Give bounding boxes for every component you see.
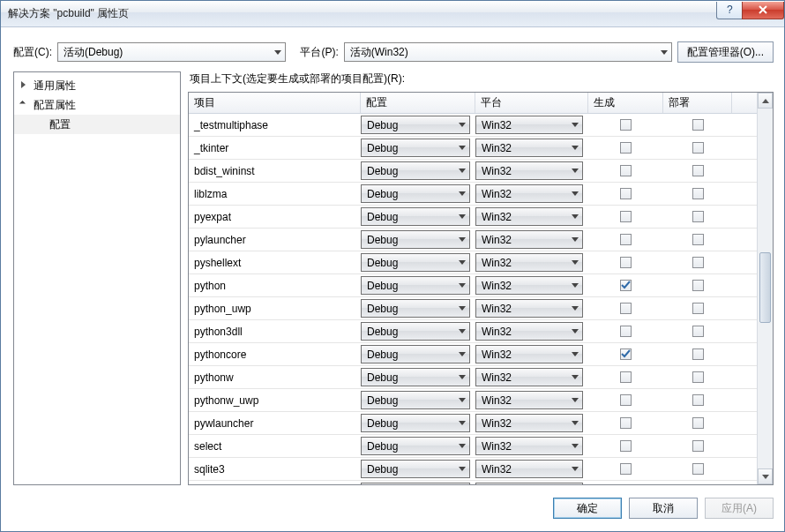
deploy-checkbox[interactable] [692, 188, 704, 199]
apply-button[interactable]: 应用(A) [705, 498, 774, 519]
deploy-checkbox[interactable] [692, 417, 704, 429]
deploy-checkbox[interactable] [692, 303, 704, 314]
config-dropdown[interactable]: Debug [361, 414, 470, 432]
scroll-thumb[interactable] [759, 252, 771, 323]
deploy-cell [663, 114, 732, 136]
deploy-checkbox[interactable] [692, 326, 704, 337]
platform-dropdown[interactable]: Win32 [475, 299, 583, 318]
deploy-checkbox[interactable] [692, 348, 704, 360]
platform-dropdown[interactable]: Win32 [475, 184, 583, 203]
platform-dropdown[interactable]: Win32 [475, 345, 583, 363]
platform-dropdown[interactable]: Win32 [475, 322, 583, 341]
config-combo[interactable]: 活动(Debug) [57, 42, 286, 62]
config-manager-button[interactable]: 配置管理器(O)... [677, 41, 774, 63]
config-dropdown[interactable]: Debug [361, 345, 470, 363]
build-checkbox[interactable] [620, 211, 632, 222]
config-dropdown[interactable]: Debug [361, 230, 470, 249]
platform-dropdown[interactable]: Win32 [475, 460, 583, 478]
platform-dropdown[interactable]: Win32 [475, 391, 583, 409]
window-buttons: ? [717, 2, 784, 21]
config-dropdown[interactable]: Debug [361, 139, 470, 157]
vertical-scrollbar[interactable] [757, 93, 773, 484]
tree-item-configprops[interactable]: 配置属性 [14, 95, 180, 115]
platform-dropdown[interactable]: Win32 [475, 207, 583, 226]
deploy-checkbox[interactable] [692, 440, 704, 452]
config-dropdown[interactable]: Debug [361, 116, 470, 134]
platform-dropdown[interactable]: Win32 [475, 368, 583, 386]
build-checkbox[interactable] [620, 348, 632, 360]
build-checkbox[interactable] [620, 440, 632, 452]
scroll-track[interactable] [758, 109, 773, 468]
config-dropdown[interactable]: Debug [361, 460, 470, 478]
dialog-window: 解决方案 "pcbuild" 属性页 ? 配置(C): 活动(Debug) 平台… [0, 0, 785, 532]
build-checkbox[interactable] [620, 257, 632, 268]
platform-dropdown[interactable]: Win32 [475, 276, 583, 295]
platform-dropdown[interactable]: Win32 [475, 230, 583, 249]
deploy-checkbox[interactable] [692, 119, 704, 131]
build-checkbox[interactable] [620, 234, 632, 245]
tree-item-config[interactable]: 配置 [14, 115, 180, 134]
build-checkbox[interactable] [620, 165, 632, 176]
build-checkbox[interactable] [620, 463, 632, 475]
build-checkbox[interactable] [620, 371, 632, 383]
deploy-checkbox[interactable] [692, 165, 704, 176]
platform-combo[interactable]: 活动(Win32) [344, 42, 672, 62]
col-platform[interactable]: 平台 [475, 93, 588, 113]
build-cell [588, 160, 663, 182]
build-checkbox[interactable] [620, 142, 632, 154]
scroll-down-button[interactable] [758, 468, 773, 484]
build-checkbox[interactable] [620, 326, 632, 337]
build-checkbox[interactable] [620, 280, 632, 291]
config-dropdown[interactable]: Debug [361, 322, 470, 341]
ok-button[interactable]: 确定 [553, 498, 622, 519]
deploy-checkbox[interactable] [692, 280, 704, 291]
deploy-checkbox[interactable] [692, 211, 704, 222]
close-button[interactable] [742, 2, 784, 19]
config-dropdown[interactable]: Debug [361, 299, 470, 318]
platform-dropdown[interactable]: Win32 [475, 483, 583, 484]
deploy-checkbox[interactable] [692, 142, 704, 154]
platform-dropdown[interactable]: Win32 [475, 139, 583, 157]
platform-dropdown[interactable]: Win32 [475, 116, 583, 134]
build-checkbox[interactable] [620, 417, 632, 429]
config-dropdown[interactable]: Debug [361, 276, 470, 295]
build-checkbox[interactable] [620, 119, 632, 131]
project-name: pyexpat [189, 206, 361, 228]
config-dropdown[interactable]: Debug [361, 253, 470, 272]
platform-dropdown[interactable]: Win32 [475, 161, 583, 180]
build-checkbox[interactable] [620, 303, 632, 314]
config-dropdown[interactable]: Debug [361, 161, 470, 180]
deploy-checkbox[interactable] [692, 371, 704, 383]
col-build[interactable]: 生成 [588, 93, 663, 113]
build-checkbox[interactable] [620, 394, 632, 406]
help-button[interactable]: ? [716, 2, 743, 19]
deploy-checkbox[interactable] [692, 394, 704, 406]
platform-dropdown[interactable]: Win32 [475, 253, 583, 272]
config-dropdown[interactable]: Debug [361, 368, 470, 386]
platform-dropdown[interactable]: Win32 [475, 437, 583, 455]
scroll-up-button[interactable] [758, 93, 773, 109]
deploy-checkbox[interactable] [692, 257, 704, 268]
platform-cell: Win32 [475, 229, 588, 251]
build-checkbox[interactable] [620, 188, 632, 199]
config-dropdown[interactable]: Debug [361, 483, 470, 484]
deploy-checkbox[interactable] [692, 234, 704, 245]
chevron-down-icon [459, 329, 466, 333]
config-dropdown[interactable]: Debug [361, 437, 470, 455]
cancel-button[interactable]: 取消 [629, 498, 698, 519]
col-project[interactable]: 项目 [189, 93, 361, 113]
col-deploy[interactable]: 部署 [663, 93, 732, 113]
col-config[interactable]: 配置 [361, 93, 475, 113]
config-dropdown[interactable]: Debug [361, 207, 470, 226]
config-cell: Debug [361, 297, 475, 319]
deploy-checkbox[interactable] [692, 463, 704, 475]
build-cell [588, 320, 663, 342]
chevron-down-icon [572, 398, 579, 402]
platform-dropdown[interactable]: Win32 [475, 414, 583, 432]
config-dropdown[interactable]: Debug [361, 184, 470, 203]
chevron-down-icon [661, 50, 668, 55]
chevron-down-icon [459, 214, 466, 219]
tree-item-common[interactable]: 通用属性 [14, 76, 180, 95]
nav-tree[interactable]: 通用属性 配置属性 配置 [13, 71, 181, 485]
config-dropdown[interactable]: Debug [361, 391, 470, 409]
